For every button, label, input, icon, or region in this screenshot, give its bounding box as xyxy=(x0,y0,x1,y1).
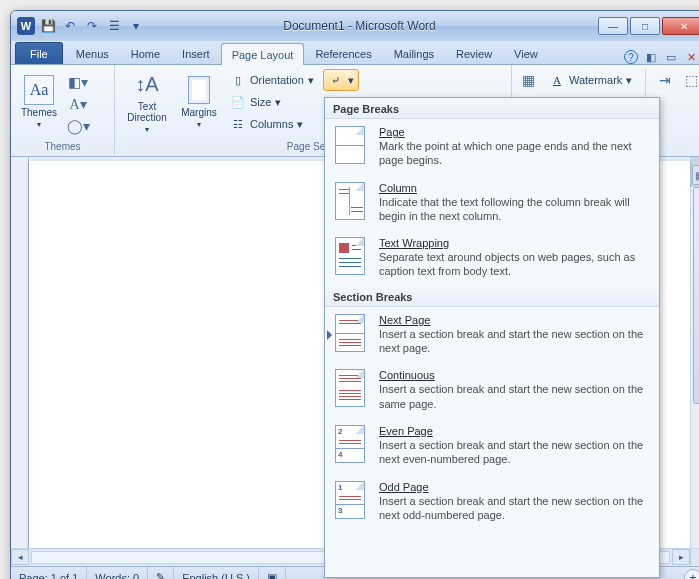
app-icon[interactable]: W xyxy=(17,17,35,35)
themes-button[interactable]: Aa Themes▾ xyxy=(17,69,61,135)
addin-icon[interactable]: ◧ xyxy=(644,50,658,64)
orientation-button[interactable]: ▯Orientation ▾ xyxy=(225,69,319,91)
indent-button[interactable]: ⇥ xyxy=(654,69,676,91)
margins-icon xyxy=(184,75,214,105)
tab-menus[interactable]: Menus xyxy=(65,42,120,64)
page-break-text-wrapping[interactable]: Text WrappingSeparate text around object… xyxy=(325,230,659,286)
breaks-dropdown: Page Breaks PageMark the point at which … xyxy=(324,97,660,578)
section-break-icon: 24 xyxy=(335,425,369,465)
section-break-odd-page[interactable]: 13Odd PageInsert a section break and sta… xyxy=(325,474,659,530)
page-break-column[interactable]: ColumnIndicate that the text following t… xyxy=(325,175,659,231)
dropdown-item-title: Column xyxy=(379,182,649,194)
dropdown-header-page-breaks: Page Breaks xyxy=(325,98,659,119)
watermark-button[interactable]: AWatermark ▾ xyxy=(544,69,637,91)
macro-icon: ▣ xyxy=(267,571,277,579)
breaks-icon: ⤶ xyxy=(328,74,344,87)
group-label-themes: Themes xyxy=(17,140,108,154)
theme-colors-button[interactable]: ◧▾ xyxy=(65,71,91,93)
undo-icon[interactable]: ↶ xyxy=(61,17,79,35)
theme-effects-button[interactable]: ◯▾ xyxy=(65,115,91,137)
dropdown-item-title: Odd Page xyxy=(379,481,649,493)
ruler-toggle-icon[interactable]: ▦ xyxy=(692,165,699,185)
qat-bullets-icon[interactable]: ☰ xyxy=(105,17,123,35)
file-tab[interactable]: File xyxy=(15,42,63,64)
themes-icon: Aa xyxy=(24,75,54,105)
dropdown-item-title: Continuous xyxy=(379,369,649,381)
tab-insert[interactable]: Insert xyxy=(171,42,221,64)
status-language[interactable]: English (U.S.) xyxy=(174,567,259,579)
section-break-continuous[interactable]: ContinuousInsert a section break and sta… xyxy=(325,362,659,418)
status-macro[interactable]: ▣ xyxy=(259,567,286,579)
scroll-right-icon[interactable]: ▸ xyxy=(672,549,690,565)
vertical-scrollbar[interactable] xyxy=(690,187,699,548)
tab-page-layout[interactable]: Page Layout xyxy=(221,43,305,65)
tab-references[interactable]: References xyxy=(304,42,382,64)
maximize-button[interactable]: □ xyxy=(630,17,660,35)
quick-access-toolbar: 💾 ↶ ↷ ☰ ▾ xyxy=(39,17,145,35)
size-icon: 📄 xyxy=(230,96,246,109)
proofing-icon: ✎ xyxy=(156,571,165,579)
ribbon-tabs: File MenusHomeInsertPage LayoutReference… xyxy=(11,41,699,65)
section-break-icon: 13 xyxy=(335,481,369,521)
minimize-button[interactable]: — xyxy=(598,17,628,35)
qat-customize-icon[interactable]: ▾ xyxy=(127,17,145,35)
status-proofing[interactable]: ✎ xyxy=(148,567,174,579)
text-direction-button[interactable]: ↕A Text Direction▾ xyxy=(121,69,173,135)
dropdown-item-desc: Insert a section break and start the new… xyxy=(379,382,649,411)
dropdown-item-desc: Insert a section break and start the new… xyxy=(379,438,649,467)
columns-icon: ☷ xyxy=(230,118,246,131)
dropdown-item-desc: Mark the point at which one page ends an… xyxy=(379,139,649,168)
status-words[interactable]: Words: 0 xyxy=(87,567,148,579)
page-break-icon xyxy=(335,237,369,277)
tab-mailings[interactable]: Mailings xyxy=(383,42,445,64)
breaks-button[interactable]: ⤶▾ xyxy=(323,69,359,91)
section-break-icon xyxy=(335,369,369,409)
page-break-page[interactable]: PageMark the point at which one page end… xyxy=(325,119,659,175)
window-title: Document1 - Microsoft Word xyxy=(283,19,436,33)
redo-icon[interactable]: ↷ xyxy=(83,17,101,35)
dropdown-item-title: Even Page xyxy=(379,425,649,437)
dropdown-item-desc: Insert a section break and start the new… xyxy=(379,327,649,356)
page-color-button[interactable]: ▦ xyxy=(518,69,540,91)
section-break-even-page[interactable]: 24Even PageInsert a section break and st… xyxy=(325,418,659,474)
tab-review[interactable]: Review xyxy=(445,42,503,64)
tab-home[interactable]: Home xyxy=(120,42,171,64)
app-window: W 💾 ↶ ↷ ☰ ▾ Document1 - Microsoft Word —… xyxy=(10,10,699,579)
spacing-button[interactable]: ⬚ xyxy=(680,69,699,91)
page-break-icon xyxy=(335,126,369,166)
status-page[interactable]: Page: 1 of 1 xyxy=(11,567,87,579)
ribbon-minimize-icon[interactable]: ▭ xyxy=(664,50,678,64)
tab-view[interactable]: View xyxy=(503,42,549,64)
margins-button[interactable]: Margins▾ xyxy=(177,69,221,135)
dropdown-item-title: Text Wrapping xyxy=(379,237,649,249)
section-break-next-page[interactable]: Next PageInsert a section break and star… xyxy=(325,307,659,363)
text-direction-icon: ↕A xyxy=(132,70,162,99)
save-icon[interactable]: 💾 xyxy=(39,17,57,35)
vertical-ruler[interactable] xyxy=(11,157,29,548)
titlebar: W 💾 ↶ ↷ ☰ ▾ Document1 - Microsoft Word —… xyxy=(11,11,699,41)
ribbon-close-icon[interactable]: ✕ xyxy=(684,50,698,64)
theme-fonts-button[interactable]: A▾ xyxy=(65,93,91,115)
page-break-icon xyxy=(335,182,369,222)
size-button[interactable]: 📄Size ▾ xyxy=(225,91,319,113)
section-break-icon xyxy=(335,314,369,354)
scroll-left-icon[interactable]: ◂ xyxy=(11,549,29,565)
orientation-icon: ▯ xyxy=(230,74,246,87)
dropdown-item-desc: Separate text around objects on web page… xyxy=(379,250,649,279)
zoom-in-button[interactable]: + xyxy=(684,569,699,580)
dropdown-item-title: Page xyxy=(379,126,649,138)
dropdown-header-section-breaks: Section Breaks xyxy=(325,286,659,307)
watermark-icon: A xyxy=(549,74,565,86)
dropdown-item-title: Next Page xyxy=(379,314,649,326)
columns-button[interactable]: ☷Columns ▾ xyxy=(225,113,319,135)
scrollbar-thumb[interactable] xyxy=(693,187,699,404)
close-button[interactable]: ✕ xyxy=(662,17,699,35)
help-icon[interactable]: ? xyxy=(624,50,638,64)
dropdown-item-desc: Insert a section break and start the new… xyxy=(379,494,649,523)
dropdown-item-desc: Indicate that the text following the col… xyxy=(379,195,649,224)
